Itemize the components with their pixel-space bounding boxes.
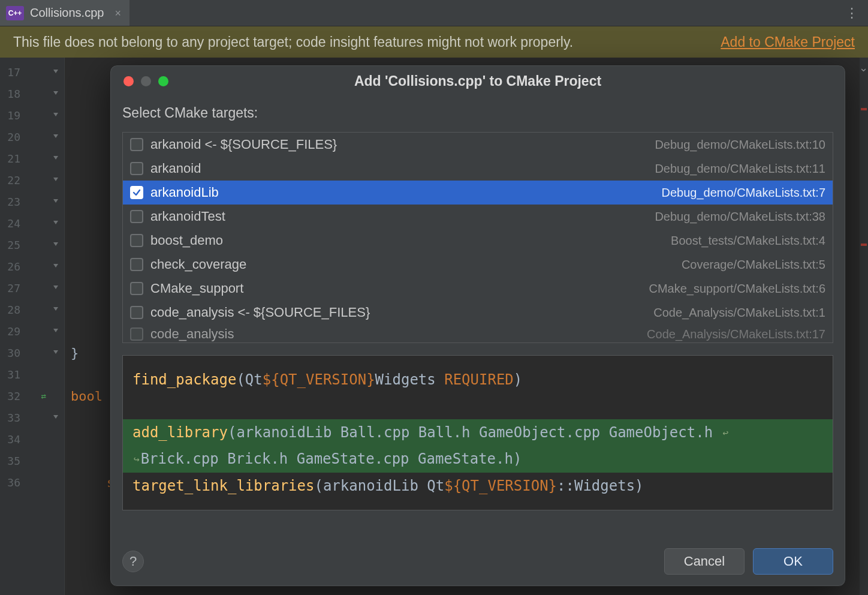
add-to-cmake-link[interactable]: Add to CMake Project [721,34,855,50]
fold-icon[interactable] [52,262,61,271]
target-location: Coverage/CMakeLists.txt:5 [682,258,825,272]
select-targets-label: Select CMake targets: [122,105,833,121]
fold-icon[interactable] [52,219,61,227]
line-number: 22 [0,174,24,187]
cmake-target-row[interactable]: arkanoidLibDebug_demo/CMakeLists.txt:7 [123,181,833,205]
gutter-line: 31 [0,363,64,385]
dialog-footer: ? Cancel OK [110,537,845,586]
gutter-line: 27 [0,277,64,299]
preview-line: find_package(Qt${QT_VERSION}Widgets REQU… [132,366,823,393]
fold-icon[interactable] [52,435,61,443]
project-warning-banner: This file does not belong to any project… [0,26,868,58]
cmake-target-row[interactable]: code_analysisCode_Analysis/CMakeLists.tx… [123,324,833,343]
target-name: arkanoid <- ${SOURCE_FILES} [150,137,337,152]
target-checkbox[interactable] [130,306,143,319]
target-location: Code_Analysis/CMakeLists.txt:17 [647,327,825,341]
target-name: arkanoidLib [150,185,219,200]
error-marker[interactable] [861,108,867,110]
fold-icon[interactable] [52,456,61,465]
gutter-line: 24 [0,212,64,234]
editor-scroll-marker-strip[interactable]: ⌄ [860,58,868,595]
cmake-preview: find_package(Qt${QT_VERSION}Widgets REQU… [122,355,833,510]
chevron-down-icon[interactable]: ⌄ [859,61,868,74]
target-name: arkanoid [150,161,201,176]
target-checkbox[interactable] [130,186,143,199]
dialog-title: Add 'Collisions.cpp' to CMake Project [110,73,845,89]
target-checkbox[interactable] [130,327,143,341]
fold-icon[interactable] [52,327,61,335]
window-close-icon[interactable] [123,76,134,86]
gutter-line: 33 [0,407,64,428]
dialog-titlebar: Add 'Collisions.cpp' to CMake Project [110,65,845,97]
editor-tab-collisions[interactable]: C++ Collisions.cpp × [0,0,129,26]
target-checkbox[interactable] [130,210,143,223]
target-checkbox[interactable] [130,258,143,271]
gutter-line: 18 [0,83,64,104]
cmake-target-row[interactable]: boost_demoBoost_tests/CMakeLists.txt:4 [123,229,833,253]
target-name: boost_demo [150,233,223,248]
cancel-button[interactable]: Cancel [664,548,745,575]
fold-icon[interactable] [52,111,61,119]
cmake-target-row[interactable]: check_coverageCoverage/CMakeLists.txt:5 [123,253,833,277]
target-checkbox[interactable] [130,282,143,295]
cmake-target-row[interactable]: arkanoidTestDebug_demo/CMakeLists.txt:38 [123,205,833,229]
preview-highlight-line: ↪Brick.cpp Brick.h GameState.cpp GameSta… [123,446,833,473]
line-number: 23 [0,196,24,208]
cmake-target-row[interactable]: arkanoidDebug_demo/CMakeLists.txt:11 [123,157,833,181]
target-location: Code_Analysis/CMakeLists.txt:1 [653,306,825,320]
fold-icon[interactable] [52,305,61,314]
cmake-target-list[interactable]: arkanoid <- ${SOURCE_FILES}Debug_demo/CM… [122,132,833,343]
cmake-target-row[interactable]: arkanoid <- ${SOURCE_FILES}Debug_demo/CM… [123,133,833,157]
target-checkbox[interactable] [130,162,143,175]
gutter-line: 36 [0,471,64,493]
line-number: 24 [0,217,24,230]
fold-icon[interactable] [52,413,61,422]
gutter-line: 34 [0,428,64,450]
target-checkbox[interactable] [130,234,143,247]
window-zoom-icon[interactable] [158,76,168,86]
fold-icon[interactable] [52,478,61,486]
target-location: Boost_tests/CMakeLists.txt:4 [671,234,825,248]
fold-icon[interactable] [52,68,61,76]
fold-icon[interactable] [52,197,61,206]
fold-icon[interactable] [52,176,61,184]
fold-icon[interactable] [52,133,61,141]
line-number: 33 [0,411,24,424]
line-number: 19 [0,109,24,122]
add-to-cmake-dialog: Add 'Collisions.cpp' to CMake Project Se… [110,65,846,587]
target-name: code_analysis <- ${SOURCE_FILES} [150,305,370,320]
line-number: 17 [0,66,24,79]
gutter-line: 30 [0,342,64,363]
help-button[interactable]: ? [122,551,144,572]
cmake-target-row[interactable]: CMake_supportCMake_support/CMakeLists.tx… [123,277,833,300]
cpp-file-icon: C++ [6,6,24,20]
soft-wrap-icon: ↩ [723,427,729,438]
tab-overflow-icon[interactable]: ⋮ [845,0,860,26]
line-number: 26 [0,260,24,273]
gutter-line: 28 [0,299,64,320]
target-checkbox[interactable] [130,138,143,151]
fold-icon[interactable] [52,154,61,163]
fold-icon[interactable] [52,241,61,249]
fold-icon[interactable] [52,370,61,378]
line-number: 27 [0,282,24,295]
target-location: Debug_demo/CMakeLists.txt:11 [655,162,825,176]
banner-message: This file does not belong to any project… [13,34,573,50]
error-marker[interactable] [861,244,867,246]
window-controls [110,76,168,86]
gutter-line: 20 [0,126,64,148]
cmake-target-row[interactable]: code_analysis <- ${SOURCE_FILES}Code_Ana… [123,300,833,324]
gutter-line: 23 [0,191,64,212]
fold-icon[interactable] [52,89,61,98]
editor-tabbar: C++ Collisions.cpp × ⋮ [0,0,868,26]
line-number: 31 [0,368,24,381]
line-number: 36 [0,476,24,489]
fold-icon[interactable] [52,392,61,400]
close-tab-icon[interactable]: × [114,8,121,19]
editor-gutter: 17181920212223242526272829303132⇄3334353… [0,58,65,595]
fold-icon[interactable] [52,348,61,357]
ok-button[interactable]: OK [753,548,833,575]
window-minimize-icon[interactable] [141,76,151,86]
fold-icon[interactable] [52,284,61,292]
gutter-line: 29 [0,320,64,342]
